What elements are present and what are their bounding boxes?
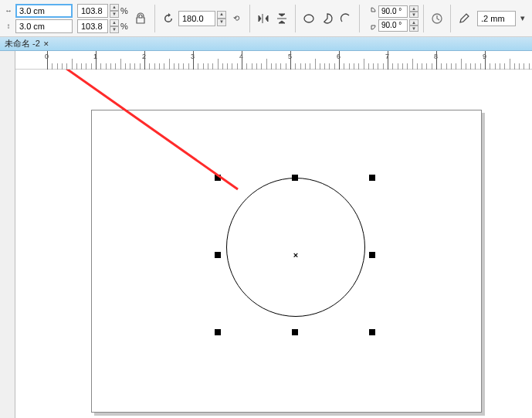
rotate-reset-icon[interactable]: ⟲ xyxy=(228,10,245,27)
document-tab-title[interactable]: 未命名 -2 xyxy=(5,38,40,49)
selection-center-marker[interactable]: × xyxy=(293,250,298,260)
property-bar: ↔ ↕ ▲▼ % ▲▼ % ▲▼ ⟲ xyxy=(0,0,532,37)
close-tab-icon[interactable]: ✕ xyxy=(43,40,49,48)
lock-ratio-icon[interactable] xyxy=(134,5,147,32)
rotation-spinner[interactable]: ▲▼ xyxy=(217,11,226,26)
separator xyxy=(154,5,155,32)
rotation-angle-input[interactable] xyxy=(178,11,215,26)
selection-handle-sw[interactable] xyxy=(215,329,221,335)
swap-direction-icon[interactable] xyxy=(429,10,446,27)
ellipse-tool-icon[interactable] xyxy=(300,10,317,27)
scale-y-spinner[interactable]: ▲▼ xyxy=(110,19,119,33)
selection-handle-se[interactable] xyxy=(369,329,375,335)
svg-point-0 xyxy=(304,15,313,22)
start-angle-input[interactable] xyxy=(378,5,408,18)
scale-x-spinner[interactable]: ▲▼ xyxy=(110,4,119,18)
selection-handle-s[interactable] xyxy=(292,329,298,335)
mirror-horizontal-icon[interactable] xyxy=(255,10,272,27)
outline-pen-icon[interactable] xyxy=(456,10,473,27)
width-icon: ↔ xyxy=(3,5,14,16)
arc-angles-group: ▲▼ ▲▼ xyxy=(366,5,418,32)
percent-label: % xyxy=(120,22,130,31)
selection-handle-e[interactable] xyxy=(369,252,375,258)
separator xyxy=(359,5,360,32)
start-angle-icon xyxy=(366,6,377,17)
mirror-vertical-icon[interactable] xyxy=(273,10,290,27)
end-angle-icon xyxy=(366,20,377,31)
outline-width-dropdown-icon[interactable]: ▾ xyxy=(517,10,528,27)
drawing-canvas[interactable]: × xyxy=(0,70,532,418)
separator xyxy=(249,5,250,32)
horizontal-ruler[interactable]: 0123456789 xyxy=(15,51,532,70)
selection-handle-ne[interactable] xyxy=(369,175,375,181)
percent-label: % xyxy=(120,6,130,15)
document-tab-bar: 未命名 -2 ✕ xyxy=(0,37,532,51)
end-angle-input[interactable] xyxy=(378,19,408,32)
separator xyxy=(295,5,296,32)
start-angle-spinner[interactable]: ▲▼ xyxy=(409,5,418,18)
object-height-input[interactable] xyxy=(15,19,73,33)
object-size-group: ↔ ↕ xyxy=(3,2,73,35)
selection-handle-nw[interactable] xyxy=(215,175,221,181)
vertical-ruler[interactable] xyxy=(0,70,15,418)
selection-handle-w[interactable] xyxy=(215,252,221,258)
ellipse-shape[interactable] xyxy=(226,178,365,317)
selection-handle-n[interactable] xyxy=(292,175,298,181)
ruler-origin-corner[interactable] xyxy=(0,51,15,70)
separator xyxy=(423,5,424,32)
height-icon: ↕ xyxy=(3,21,14,32)
object-width-input[interactable] xyxy=(15,4,73,18)
scale-factor-group: ▲▼ % ▲▼ % xyxy=(77,2,130,35)
ellipse-object[interactable] xyxy=(226,178,365,317)
end-angle-spinner[interactable]: ▲▼ xyxy=(409,19,418,32)
horizontal-ruler-area: 0123456789 xyxy=(0,51,532,70)
outline-width-input[interactable] xyxy=(477,11,516,26)
pie-tool-icon[interactable] xyxy=(319,10,336,27)
arc-tool-icon[interactable] xyxy=(337,10,354,27)
separator xyxy=(450,5,451,32)
rotate-ccw-icon[interactable] xyxy=(160,10,177,27)
scale-y-input[interactable] xyxy=(77,19,108,33)
scale-x-input[interactable] xyxy=(77,4,108,18)
